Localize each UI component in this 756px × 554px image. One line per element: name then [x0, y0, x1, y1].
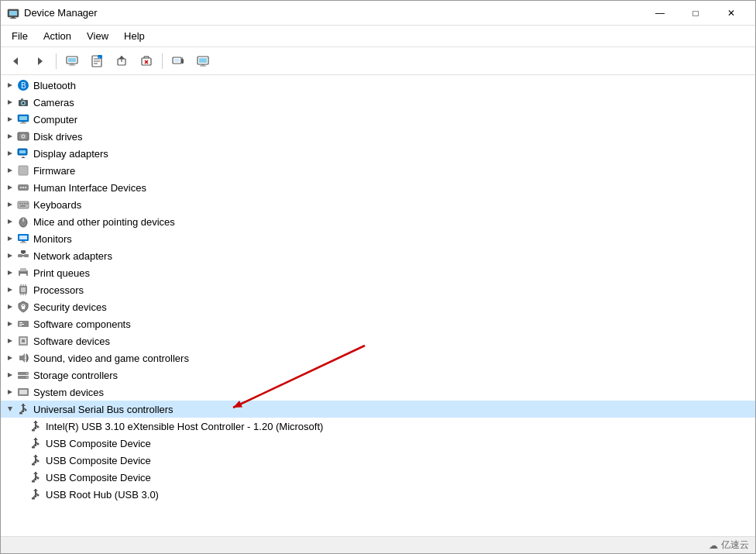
- tree-item-firmware[interactable]: Firmware: [1, 162, 755, 179]
- svg-rect-103: [19, 324, 24, 325]
- svg-point-60: [25, 187, 26, 188]
- svg-marker-77: [8, 253, 12, 258]
- tree-item-usb-composite-3[interactable]: USB Composite Device: [1, 469, 755, 486]
- svg-rect-74: [19, 236, 27, 239]
- chevron-disk-drives[interactable]: [4, 130, 16, 143]
- chevron-usb-composite-3[interactable]: [16, 471, 29, 483]
- chevron-mice[interactable]: [4, 215, 16, 228]
- menu-help[interactable]: Help: [116, 27, 153, 45]
- chevron-cameras[interactable]: [4, 96, 16, 108]
- svg-rect-104: [19, 325, 22, 326]
- chevron-usb-composite-2[interactable]: [16, 454, 29, 466]
- menu-file[interactable]: File: [4, 27, 36, 45]
- device-manager-window: Device Manager ― □ ✕ File Action View He…: [0, 0, 756, 554]
- tree-item-security[interactable]: Security devices: [1, 298, 755, 315]
- chevron-usb-root-hub[interactable]: [16, 488, 29, 501]
- chevron-intel-usb[interactable]: [16, 420, 29, 432]
- chevron-usb-controllers[interactable]: [4, 403, 16, 415]
- tree-item-network[interactable]: Network adapters: [1, 247, 755, 264]
- svg-point-114: [26, 373, 28, 374]
- svg-marker-109: [8, 356, 12, 360]
- label-monitors: Monitors: [33, 233, 72, 245]
- svg-marker-68: [8, 219, 12, 224]
- tree-item-computer[interactable]: Computer: [1, 111, 755, 128]
- watermark-icon: ☁: [709, 540, 718, 551]
- svg-rect-55: [19, 166, 28, 175]
- label-storage: Storage controllers: [33, 370, 118, 381]
- svg-marker-151: [33, 489, 38, 491]
- svg-rect-31: [201, 64, 204, 66]
- chevron-monitors[interactable]: [4, 232, 16, 245]
- label-computer: Computer: [33, 114, 77, 126]
- back-button[interactable]: [4, 50, 27, 72]
- tree-item-monitors[interactable]: Monitors: [1, 230, 755, 247]
- chevron-keyboards[interactable]: [4, 198, 16, 211]
- tree-item-usb-composite-1[interactable]: USB Composite Device: [1, 435, 755, 452]
- chevron-sw-devices[interactable]: [4, 335, 16, 347]
- svg-rect-86: [20, 274, 26, 277]
- svg-rect-63: [19, 203, 21, 205]
- computer-button[interactable]: [60, 50, 84, 72]
- scan-button[interactable]: [167, 50, 190, 72]
- chevron-processors[interactable]: [4, 284, 16, 296]
- chevron-display-adapters[interactable]: [4, 147, 16, 160]
- chevron-network[interactable]: [4, 249, 16, 262]
- svg-rect-118: [19, 390, 27, 394]
- chevron-system-devices[interactable]: [4, 386, 16, 398]
- svg-point-148: [37, 477, 40, 480]
- menu-view[interactable]: View: [79, 27, 116, 45]
- minimize-button[interactable]: ―: [642, 1, 678, 26]
- icon-sw-components: [16, 317, 30, 331]
- tree-item-bluetooth[interactable]: BBluetooth: [1, 77, 755, 94]
- icon-usb-root-hub: [29, 487, 43, 501]
- title-bar-title: Device Manager: [24, 7, 642, 19]
- chevron-computer[interactable]: [4, 113, 16, 126]
- label-usb-composite-3: USB Composite Device: [46, 472, 151, 483]
- content-wrapper: BBluetoothCamerasComputerDisk drivesDisp…: [1, 75, 755, 536]
- maximize-button[interactable]: □: [678, 1, 713, 26]
- chevron-sw-components[interactable]: [4, 318, 16, 330]
- tree-item-processors[interactable]: Processors: [1, 281, 755, 298]
- tree-item-print-queues[interactable]: Print queues: [1, 264, 755, 281]
- uninstall-button[interactable]: [135, 50, 158, 72]
- menu-action[interactable]: Action: [36, 27, 79, 45]
- chevron-security[interactable]: [4, 301, 16, 313]
- tree-item-sw-components[interactable]: Software components: [1, 315, 755, 332]
- chevron-storage[interactable]: [4, 369, 16, 381]
- forward-button[interactable]: [29, 50, 52, 72]
- tree-item-usb-root-hub[interactable]: USB Root Hub (USB 3.0): [1, 486, 755, 503]
- update-driver-button[interactable]: [110, 50, 133, 72]
- chevron-sound[interactable]: [4, 352, 16, 364]
- tree-item-storage[interactable]: Storage controllers: [1, 366, 755, 384]
- tree-item-sw-devices[interactable]: Software devices: [1, 332, 755, 349]
- svg-marker-46: [8, 134, 12, 139]
- tree-item-keyboards[interactable]: Keyboards: [1, 196, 755, 213]
- chevron-firmware[interactable]: [4, 164, 16, 177]
- tree-item-intel-usb[interactable]: Intel(R) USB 3.10 eXtensible Host Contro…: [1, 418, 755, 435]
- svg-marker-83: [8, 270, 12, 275]
- chevron-print-queues[interactable]: [4, 267, 16, 279]
- watermark-text: 亿速云: [721, 539, 749, 552]
- svg-marker-139: [33, 455, 38, 457]
- svg-rect-43: [19, 116, 27, 120]
- tree-item-usb-controllers[interactable]: Universal Serial Bus controllers: [1, 401, 755, 418]
- tree-item-hid[interactable]: Human Interface Devices: [1, 179, 755, 196]
- tree-item-display-adapters[interactable]: Display adapters: [1, 145, 755, 162]
- tree-item-sound[interactable]: Sound, video and game controllers: [1, 349, 755, 366]
- tree-item-system-devices[interactable]: System devices: [1, 384, 755, 401]
- tree-item-mice[interactable]: Mice and other pointing devices: [1, 213, 755, 230]
- properties-button[interactable]: i: [85, 50, 108, 72]
- svg-marker-88: [8, 287, 12, 292]
- icon-system-devices: [16, 385, 30, 399]
- chevron-usb-composite-1[interactable]: [16, 437, 29, 449]
- monitor-button[interactable]: [191, 50, 215, 72]
- svg-point-49: [22, 136, 24, 137]
- tree-panel[interactable]: BBluetoothCamerasComputerDisk drivesDisp…: [1, 75, 755, 536]
- svg-rect-52: [19, 150, 26, 153]
- chevron-bluetooth[interactable]: [4, 79, 16, 91]
- close-button[interactable]: ✕: [713, 1, 749, 26]
- tree-item-cameras[interactable]: Cameras: [1, 94, 755, 111]
- tree-item-disk-drives[interactable]: Disk drives: [1, 128, 755, 145]
- chevron-hid[interactable]: [4, 181, 16, 194]
- tree-item-usb-composite-2[interactable]: USB Composite Device: [1, 452, 755, 469]
